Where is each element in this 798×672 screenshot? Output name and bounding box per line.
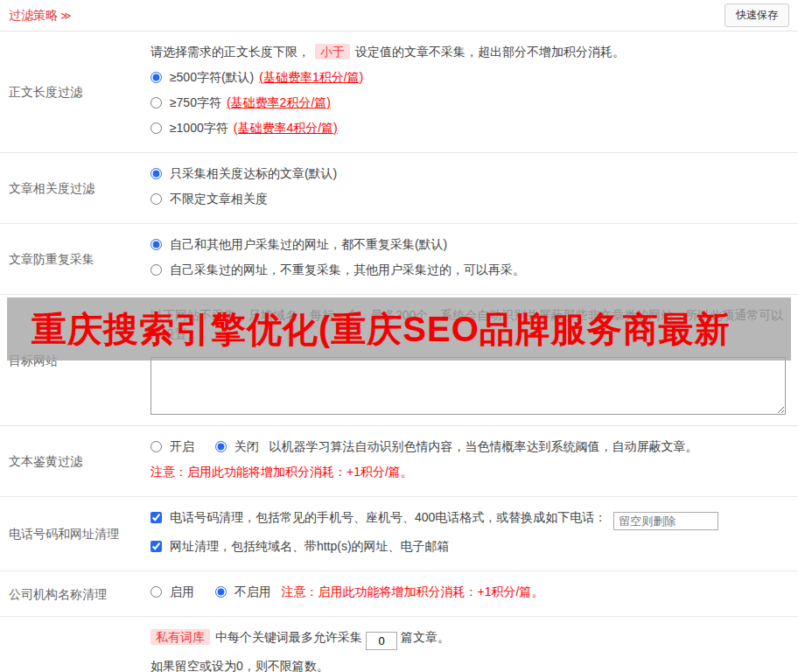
- length-option-750[interactable]: ≥750字符(基础费率2积分/篇): [150, 95, 331, 109]
- company-option-on[interactable]: 启用: [150, 584, 198, 598]
- length-option-1000[interactable]: ≥1000字符(基础费率4积分/篇): [150, 121, 338, 135]
- dedup-option-self[interactable]: 自己采集过的网址，不重复采集，其他用户采集过的，可以再采。: [150, 262, 525, 276]
- row-content-dedup: 自己和其他用户采集过的网址，都不重复采集(默认) 自己采集过的网址，不重复采集，…: [150, 233, 798, 285]
- company-radio-on[interactable]: [150, 586, 162, 598]
- row-label-phone: 电话号码和网址清理: [0, 506, 150, 562]
- length-intro-post: 设定值的文章不采集，超出部分不增加积分消耗。: [355, 45, 625, 59]
- row-keyword-dedup: 关键词防重复采集 私有词库中每个关键词最多允许采集篇文章。 如果留空或设为0，则…: [0, 617, 798, 672]
- length-intro: 请选择需求的正文长度下限，小于设定值的文章不采集，超出部分不增加积分消耗。: [150, 42, 786, 61]
- keyword-line1-end: 篇文章。: [401, 630, 450, 644]
- dedup-option-global-label: 自己和其他用户采集过的网址，都不重复采集(默认): [170, 237, 447, 251]
- company-radio-off[interactable]: [215, 586, 227, 598]
- blacklist-desc: 以下网站不采集，只填域名，每行一个，最多200个。系统会自动识别并屏蔽那些非文章…: [150, 305, 786, 344]
- url-cleanup-label: 网址清理，包括纯域名、带http(s)的网址、电子邮箱: [170, 539, 450, 553]
- length-intro-highlight: 小于: [315, 44, 350, 60]
- porn-radio-on[interactable]: [150, 441, 162, 452]
- row-content-company: 启用 不启用 注意：启用此功能将增加积分消耗：+1积分/篇。: [150, 580, 798, 607]
- porn-option-on-label: 开启: [170, 439, 194, 453]
- length-option-500-label: ≥500字符(默认): [170, 70, 254, 84]
- row-dedup-filter: 文章防重复采集 自己和其他用户采集过的网址，都不重复采集(默认) 自己采集过的网…: [0, 224, 798, 295]
- blacklist-textarea[interactable]: [150, 357, 786, 415]
- filter-strategy-page: 过滤策略 ≫ 快速保存 正文长度过滤 请选择需求的正文长度下限，小于设定值的文章…: [0, 0, 798, 672]
- porn-warning: 注意：启用此功能将增加积分消耗：+1积分/篇。: [150, 462, 786, 481]
- url-cleanup-option[interactable]: 网址清理，包括纯域名、带http(s)的网址、电子邮箱: [150, 539, 450, 553]
- length-radio-500[interactable]: [150, 72, 162, 83]
- row-content-length: 请选择需求的正文长度下限，小于设定值的文章不采集，超出部分不增加积分消耗。 ≥5…: [150, 40, 798, 144]
- row-site-blacklist: 目标网站 以下网站不采集，只填域名，每行一个，最多200个。系统会自动识别并屏蔽…: [0, 295, 798, 426]
- row-label-length: 正文长度过滤: [0, 40, 150, 144]
- row-label-company: 公司机构名称清理: [0, 580, 150, 607]
- row-label-dedup: 文章防重复采集: [0, 233, 150, 285]
- length-option-750-label: ≥750字符: [170, 95, 221, 109]
- length-option-1000-label: ≥1000字符: [170, 121, 228, 135]
- relevance-option-strict-label: 只采集相关度达标的文章(默认): [170, 166, 337, 180]
- length-intro-pre: 请选择需求的正文长度下限，: [150, 45, 310, 59]
- row-relevance-filter: 文章相关度过滤 只采集相关度达标的文章(默认) 不限定文章相关度: [0, 153, 798, 224]
- keyword-line1: 私有词库中每个关键词最多允许采集篇文章。: [150, 627, 786, 650]
- company-option-off[interactable]: 不启用: [215, 584, 275, 598]
- dedup-radio-global[interactable]: [150, 239, 162, 250]
- keyword-line2: 如果留空或设为0，则不限篇数。: [150, 656, 786, 672]
- porn-option-off[interactable]: 关闭: [215, 439, 262, 453]
- company-option-off-label: 不启用: [234, 584, 271, 598]
- relevance-radio-strict[interactable]: [150, 168, 162, 179]
- chevron-down-icon: ≫: [60, 10, 72, 22]
- page-title[interactable]: 过滤策略 ≫: [9, 8, 72, 24]
- row-content-keyword: 私有词库中每个关键词最多允许采集篇文章。 如果留空或设为0，则不限篇数。 如果设…: [150, 626, 798, 672]
- relevance-option-any-label: 不限定文章相关度: [170, 192, 268, 206]
- row-label-relevance: 文章相关度过滤: [0, 162, 150, 214]
- length-option-500-note: (基础费率1积分/篇): [259, 70, 363, 84]
- company-option-on-label: 启用: [170, 584, 194, 598]
- keyword-count-input[interactable]: [366, 632, 397, 650]
- keyword-line1-mid: 中每个关键词最多允许采集: [215, 630, 362, 644]
- row-content-phone: 电话号码清理，包括常见的手机号、座机号、400电话格式，或替换成如下电话： 网址…: [150, 506, 798, 562]
- phone-cleanup-checkbox[interactable]: [150, 512, 162, 523]
- porn-desc: 以机器学习算法自动识别色情内容，当色情概率达到系统阈值，自动屏蔽文章。: [270, 439, 698, 453]
- dedup-option-self-label: 自己采集过的网址，不重复采集，其他用户采集过的，可以再采。: [170, 262, 525, 276]
- relevance-radio-any[interactable]: [150, 193, 162, 205]
- length-option-500[interactable]: ≥500字符(默认)(基础费率1积分/篇): [150, 70, 363, 84]
- dedup-option-global[interactable]: 自己和其他用户采集过的网址，都不重复采集(默认): [150, 237, 447, 251]
- company-warning: 注意：启用此功能将增加积分消耗：+1积分/篇。: [282, 584, 544, 598]
- length-radio-1000[interactable]: [150, 122, 162, 134]
- row-label-blacklist: 目标网站: [0, 304, 150, 416]
- row-length-filter: 正文长度过滤 请选择需求的正文长度下限，小于设定值的文章不采集，超出部分不增加积…: [0, 32, 798, 153]
- row-content-porn: 开启 关闭 以机器学习算法自动识别色情内容，当色情概率达到系统阈值，自动屏蔽文章…: [150, 435, 798, 487]
- porn-option-on[interactable]: 开启: [150, 439, 198, 453]
- length-option-750-note: (基础费率2积分/篇): [227, 95, 331, 109]
- row-phone-url-cleanup: 电话号码和网址清理 电话号码清理，包括常见的手机号、座机号、400电话格式，或替…: [0, 497, 798, 571]
- page-title-text: 过滤策略: [9, 8, 58, 24]
- phone-cleanup-option[interactable]: 电话号码清理，包括常见的手机号、座机号、400电话格式，或替换成如下电话：: [150, 510, 610, 524]
- phone-cleanup-label: 电话号码清理，包括常见的手机号、座机号、400电话格式，或替换成如下电话：: [170, 510, 606, 524]
- quick-save-button[interactable]: 快速保存: [724, 4, 789, 27]
- url-cleanup-checkbox[interactable]: [150, 541, 162, 552]
- row-content-blacklist: 以下网站不采集，只填域名，每行一个，最多200个。系统会自动识别并屏蔽那些非文章…: [150, 304, 798, 416]
- dedup-radio-self[interactable]: [150, 264, 162, 276]
- keyword-highlight: 私有词库: [150, 629, 210, 645]
- header-bar: 过滤策略 ≫ 快速保存: [0, 0, 798, 32]
- replacement-phone-input[interactable]: [613, 512, 718, 530]
- porn-option-off-label: 关闭: [234, 439, 259, 453]
- row-porn-filter: 文本鉴黄过滤 开启 关闭 以机器学习算法自动识别色情内容，当色情概率达到系统阈值…: [0, 426, 798, 497]
- row-label-keyword: 关键词防重复采集: [0, 626, 150, 672]
- porn-radio-off[interactable]: [215, 441, 227, 452]
- row-label-porn: 文本鉴黄过滤: [0, 435, 150, 487]
- length-option-1000-note: (基础费率4积分/篇): [234, 121, 338, 135]
- row-content-relevance: 只采集相关度达标的文章(默认) 不限定文章相关度: [150, 162, 798, 214]
- relevance-option-strict[interactable]: 只采集相关度达标的文章(默认): [150, 166, 337, 180]
- length-radio-750[interactable]: [150, 97, 162, 108]
- row-company-cleanup: 公司机构名称清理 启用 不启用 注意：启用此功能将增加积分消耗：+1积分/篇。: [0, 571, 798, 617]
- relevance-option-any[interactable]: 不限定文章相关度: [150, 192, 268, 206]
